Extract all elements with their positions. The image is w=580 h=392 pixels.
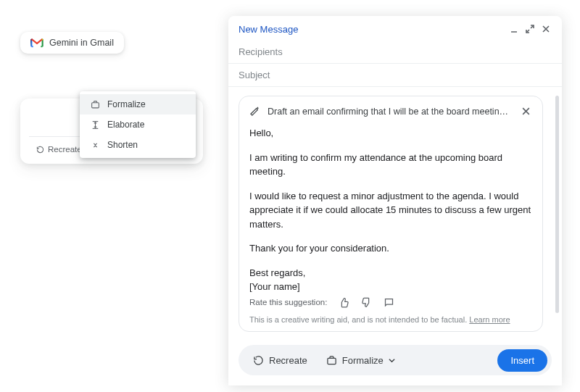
svg-rect-8 (91, 102, 99, 107)
menu-item-label: Elaborate (107, 120, 144, 130)
collapse-vertical-icon (90, 141, 100, 150)
learn-more-link[interactable]: Learn more (469, 315, 510, 324)
dismiss-prompt-icon[interactable] (520, 105, 532, 117)
draft-body: Hello, I am writing to confirm my attend… (249, 126, 532, 294)
recreate-label-mini: Recreate (48, 145, 82, 154)
rate-label: Rate this suggestion: (249, 298, 327, 306)
recreate-label: Recreate (269, 355, 307, 366)
action-bar: Recreate Formalize Insert (239, 345, 552, 375)
draft-paragraph: Thank you for your consideration. (249, 241, 532, 256)
close-icon[interactable] (539, 22, 553, 36)
minimize-icon[interactable] (507, 22, 521, 36)
menu-item-label: Formalize (107, 99, 146, 109)
refresh-icon (253, 355, 264, 366)
gmail-logo-icon (30, 38, 44, 48)
draft-signoff: Best regards, [Your name] (249, 266, 532, 294)
caret-down-icon (389, 357, 395, 364)
compose-window: New Message Recipients Subject Draft an … (228, 16, 562, 385)
refine-menu: Formalize Elaborate Shorten (80, 91, 196, 158)
briefcase-icon (90, 100, 100, 109)
expand-icon[interactable] (523, 22, 537, 36)
menu-item-elaborate[interactable]: Elaborate (80, 114, 196, 135)
signoff-line: Best regards, (249, 267, 305, 278)
magic-pen-icon (249, 106, 260, 117)
compose-title: New Message (239, 24, 298, 35)
disclaimer: This is a creative writing aid, and is n… (249, 315, 532, 324)
formalize-button[interactable]: Formalize (319, 351, 402, 370)
svg-rect-17 (328, 358, 336, 364)
recreate-button-mini[interactable]: Recreate (30, 142, 88, 157)
insert-label: Insert (510, 355, 534, 366)
menu-item-label: Shorten (107, 140, 138, 150)
recreate-button[interactable]: Recreate (246, 351, 315, 370)
gemini-label: Gemini in Gmail (49, 38, 114, 48)
prompt-text: Draft an email confirming that I will be… (268, 107, 513, 117)
draft-greeting: Hello, (249, 126, 532, 141)
suggestion-card: Draft an email confirming that I will be… (239, 96, 543, 332)
recipients-field[interactable]: Recipients (228, 41, 562, 64)
menu-item-formalize[interactable]: Formalize (80, 94, 196, 114)
insert-button[interactable]: Insert (497, 349, 547, 372)
feedback-icon[interactable] (384, 297, 394, 308)
recipients-label: Recipients (239, 46, 283, 57)
signoff-name: [Your name] (249, 281, 300, 292)
compose-header: New Message (228, 16, 562, 41)
scrollbar[interactable] (555, 96, 559, 313)
thumbs-down-icon[interactable] (361, 297, 372, 308)
disclaimer-text: This is a creative writing aid, and is n… (249, 315, 469, 324)
prompt-row: Draft an email confirming that I will be… (249, 105, 532, 117)
formalize-label: Formalize (342, 355, 384, 366)
expand-vertical-icon (90, 120, 100, 130)
refresh-icon (36, 146, 44, 154)
subject-field[interactable]: Subject (228, 64, 562, 87)
briefcase-icon (326, 355, 337, 366)
menu-item-shorten[interactable]: Shorten (80, 135, 196, 155)
subject-label: Subject (239, 70, 270, 80)
compose-body: Draft an email confirming that I will be… (228, 87, 562, 385)
thumbs-up-icon[interactable] (339, 297, 349, 308)
draft-paragraph: I am writing to confirm my attendance at… (249, 151, 532, 179)
rate-row: Rate this suggestion: (249, 297, 532, 308)
gemini-in-gmail-chip: Gemini in Gmail (20, 32, 124, 54)
draft-paragraph: I would like to request a minor adjustme… (249, 189, 532, 232)
